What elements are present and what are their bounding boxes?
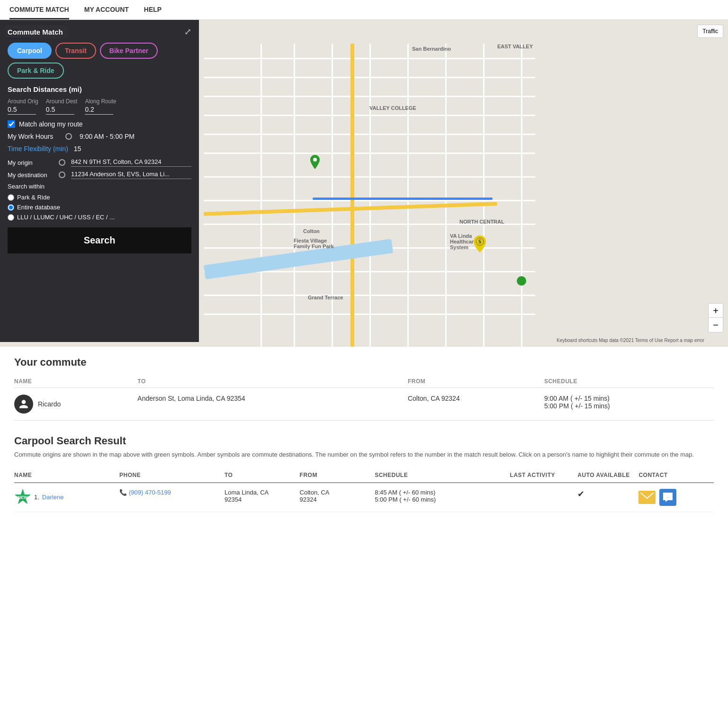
result-col-auto-available: AUTO AVAILABLE xyxy=(577,469,638,483)
along-route-group: Along Route 0.2 xyxy=(85,98,116,115)
origin-value: 842 N 9TH ST, Colton, CA 92324 xyxy=(71,158,191,167)
commute-schedule-line2: 5:00 PM ( +/- 15 mins) xyxy=(544,402,709,410)
along-route-label: Along Route xyxy=(85,98,116,105)
distances-row: Around Orig 0.5 Around Dest 0.5 Along Ro… xyxy=(8,98,191,115)
around-dest-value: 0.5 xyxy=(46,106,74,115)
search-distances-title: Search Distances (mi) xyxy=(8,85,191,93)
search-within-option-1: Entire database xyxy=(8,204,191,211)
search-within-option-0-label: Park & Ride xyxy=(17,194,50,201)
result-schedule-line2: 5:00 PM ( +/- 60 mins) xyxy=(375,496,505,503)
time-flex-value: 15 xyxy=(74,145,81,153)
road-v7 xyxy=(483,44,485,347)
match-along-route-checkbox[interactable] xyxy=(8,120,15,128)
road-v1 xyxy=(261,44,262,347)
message-contact-icon[interactable]: ... xyxy=(659,489,676,506)
nav-my-account[interactable]: MY ACCOUNT xyxy=(84,6,129,19)
work-hours-label: My Work Hours xyxy=(8,133,60,140)
result-col-schedule: SCHEDULE xyxy=(375,469,510,483)
origin-label: My origin xyxy=(8,159,55,166)
around-dest-group: Around Dest 0.5 xyxy=(46,98,78,115)
search-within-section: Search within Park & Ride Entire databas… xyxy=(8,183,191,221)
label-colton: Colton xyxy=(303,228,320,234)
sidebar-title: Commute Match xyxy=(8,28,63,36)
origin-row: My origin 842 N 9TH ST, Colton, CA 92324 xyxy=(8,158,191,167)
origin-radio[interactable] xyxy=(59,159,65,166)
search-within-radio-0[interactable] xyxy=(8,194,14,201)
person-icon xyxy=(18,399,29,409)
highway-215 xyxy=(351,44,354,347)
result-name-cell: NEW 1. Darlene xyxy=(14,483,119,512)
result-col-phone: PHONE xyxy=(119,469,225,483)
below-map: Your commute NAME TO FROM SCHEDULE xyxy=(0,347,728,522)
search-within-option-2: LLU / LLUMC / UHC / USS / EC / ... xyxy=(8,214,191,221)
table-row: Ricardo Anderson St, Loma Linda, CA 9235… xyxy=(14,388,714,421)
nav-commute-match[interactable]: COMMUTE MATCH xyxy=(9,6,69,19)
result-to-zip: 92354 xyxy=(225,496,295,503)
expand-icon[interactable]: ⤢ xyxy=(184,27,191,37)
zoom-controls: + − xyxy=(708,303,723,333)
sidebar-header: Commute Match ⤢ xyxy=(8,27,191,37)
commute-col-to: TO xyxy=(137,375,408,388)
result-col-contact: CONTACT xyxy=(638,469,714,483)
commute-schedule: 9:00 AM ( +/- 15 mins) 5:00 PM ( +/- 15 … xyxy=(544,388,714,421)
result-name-link[interactable]: Darlene xyxy=(42,494,64,501)
result-schedule-cell: 8:45 AM ( +/- 60 mins) 5:00 PM ( +/- 60 … xyxy=(375,483,510,512)
search-within-radio-1[interactable] xyxy=(8,204,14,211)
result-contact-cell: ... xyxy=(638,483,714,512)
result-phone: (909) 470-5199 xyxy=(129,489,171,496)
commute-name: Ricardo xyxy=(38,400,61,408)
result-to-cell: Loma Linda, CA 92354 xyxy=(225,483,300,512)
destination-label: My destination xyxy=(8,171,55,179)
destination-pin: 5 xyxy=(474,235,486,254)
result-phone-link[interactable]: 📞 (909) 470-5199 xyxy=(119,489,220,496)
result-from-zip: 92324 xyxy=(300,496,370,503)
search-within-radio-2[interactable] xyxy=(8,214,14,221)
time-flex-row: Time Flexibility (min) 15 xyxy=(8,145,191,153)
road-v4 xyxy=(369,44,371,347)
search-within-label-row: Search within xyxy=(8,183,191,190)
transit-button[interactable]: Transit xyxy=(55,43,96,59)
label-va-linda: VA LindaHealthcareSystem xyxy=(450,233,476,250)
result-phone-cell: 📞 (909) 470-5199 xyxy=(119,483,225,512)
sidebar-panel: Commute Match ⤢ Carpool Transit Bike Par… xyxy=(0,20,199,342)
result-to-city: Loma Linda, CA xyxy=(225,489,295,496)
around-orig-value: 0.5 xyxy=(8,106,36,115)
auto-available-check-icon: ✔ xyxy=(577,489,584,499)
commute-table: NAME TO FROM SCHEDULE Ricardo xyxy=(14,375,714,421)
commute-to: Anderson St, Loma Linda, CA 92354 xyxy=(137,388,408,421)
mode-buttons: Carpool Transit Bike Partner Park & Ride xyxy=(8,43,191,79)
origin-pin xyxy=(310,155,320,171)
result-col-name: NAME xyxy=(14,469,119,483)
bike-partner-button[interactable]: Bike Partner xyxy=(100,43,158,59)
svg-text:5: 5 xyxy=(478,239,481,244)
search-result-desc: Commute origins are shown in the map abo… xyxy=(14,450,714,459)
search-within-option-2-label: LLU / LLUMC / UHC / USS / EC / ... xyxy=(17,214,115,221)
commute-name-cell: Ricardo xyxy=(14,388,137,421)
label-san-bernardino: San Bernardino xyxy=(412,46,451,52)
work-hours-radio[interactable] xyxy=(65,133,72,140)
your-commute-title: Your commute xyxy=(14,356,714,369)
road-v3 xyxy=(332,44,333,347)
new-badge: NEW xyxy=(14,489,31,506)
road-v8 xyxy=(521,44,522,347)
phone-icon: 📞 xyxy=(119,489,127,496)
search-within-option-0: Park & Ride xyxy=(8,194,191,201)
result-schedule-line1: 8:45 AM ( +/- 60 mins) xyxy=(375,489,505,496)
svg-point-0 xyxy=(313,158,317,162)
around-dest-label: Around Dest xyxy=(46,98,78,105)
road-v2 xyxy=(294,44,295,347)
result-col-from: FROM xyxy=(300,469,375,483)
zoom-out-button[interactable]: − xyxy=(709,318,723,332)
nav-help[interactable]: HELP xyxy=(144,6,162,19)
email-contact-icon[interactable] xyxy=(638,491,656,504)
result-auto-available-cell: ✔ xyxy=(577,483,638,512)
carpool-button[interactable]: Carpool xyxy=(8,43,52,59)
destination-radio[interactable] xyxy=(59,171,65,178)
search-button[interactable]: Search xyxy=(8,227,191,253)
table-row: NEW 1. Darlene 📞 (909) 470-5199 Loma Lin… xyxy=(14,483,714,512)
traffic-button[interactable]: Traffic xyxy=(697,25,723,38)
label-grand-terrace: Grand Terrace xyxy=(308,295,343,300)
park-ride-button[interactable]: Park & Ride xyxy=(8,63,64,79)
zoom-in-button[interactable]: + xyxy=(709,304,723,318)
result-from-cell: Colton, CA 92324 xyxy=(300,483,375,512)
